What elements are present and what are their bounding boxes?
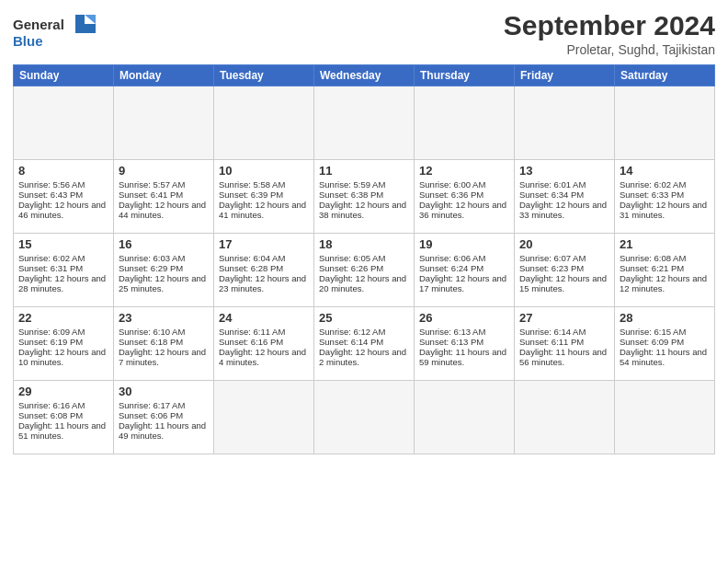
header: General Blue September 2024 Proletar, Su… (13, 9, 715, 57)
daylight: Daylight: 12 hours and 17 minutes. (419, 273, 506, 293)
sunset: Sunset: 6:38 PM (319, 190, 383, 200)
sunrise: Sunrise: 6:05 AM (319, 253, 385, 263)
daylight: Daylight: 11 hours and 51 minutes. (18, 420, 106, 441)
calendar-table: SundayMondayTuesdayWednesdayThursdayFrid… (13, 64, 715, 454)
calendar-week-5: 29Sunrise: 6:16 AMSunset: 6:08 PMDayligh… (14, 381, 715, 454)
day-cell-22: 22Sunrise: 6:09 AMSunset: 6:19 PMDayligh… (14, 307, 114, 381)
sunrise: Sunrise: 6:08 AM (620, 253, 686, 263)
sunset: Sunset: 6:41 PM (119, 190, 183, 200)
daylight: Daylight: 12 hours and 46 minutes. (18, 200, 106, 220)
day-number: 24 (219, 311, 309, 325)
empty-cell (314, 381, 415, 454)
empty-cell (615, 86, 715, 160)
weekday-header-row: SundayMondayTuesdayWednesdayThursdayFrid… (14, 65, 715, 86)
calendar-week-3: 15Sunrise: 6:02 AMSunset: 6:31 PMDayligh… (14, 234, 715, 307)
daylight: Daylight: 12 hours and 28 minutes. (18, 273, 106, 293)
sunrise: Sunrise: 6:10 AM (119, 327, 185, 337)
sunset: Sunset: 6:24 PM (419, 263, 483, 273)
sunset: Sunset: 6:34 PM (519, 190, 584, 200)
daylight: Daylight: 12 hours and 25 minutes. (119, 273, 206, 293)
sunset: Sunset: 6:33 PM (620, 190, 684, 200)
day-cell-29: 29Sunrise: 6:16 AMSunset: 6:08 PMDayligh… (14, 381, 114, 454)
sunset: Sunset: 6:26 PM (319, 263, 383, 273)
sunset: Sunset: 6:16 PM (219, 337, 283, 347)
sunrise: Sunrise: 5:58 AM (219, 179, 285, 190)
empty-cell (14, 86, 114, 160)
sunrise: Sunrise: 6:15 AM (620, 327, 686, 337)
daylight: Daylight: 12 hours and 31 minutes. (620, 200, 707, 220)
sunrise: Sunrise: 6:09 AM (18, 327, 85, 337)
sunrise: Sunrise: 5:57 AM (119, 179, 185, 190)
daylight: Daylight: 12 hours and 33 minutes. (519, 200, 607, 220)
sunrise: Sunrise: 6:03 AM (119, 253, 185, 263)
day-number: 14 (620, 164, 710, 178)
day-cell-30: 30Sunrise: 6:17 AMSunset: 6:06 PMDayligh… (114, 381, 214, 454)
day-number: 16 (119, 237, 209, 251)
day-cell-26: 26Sunrise: 6:13 AMSunset: 6:13 PMDayligh… (415, 307, 515, 381)
daylight: Daylight: 12 hours and 23 minutes. (219, 273, 306, 293)
sunrise: Sunrise: 6:17 AM (119, 400, 185, 410)
day-number: 23 (119, 311, 209, 325)
day-number: 21 (620, 237, 710, 251)
day-cell-23: 23Sunrise: 6:10 AMSunset: 6:18 PMDayligh… (114, 307, 214, 381)
day-number: 10 (219, 164, 309, 178)
sunset: Sunset: 6:08 PM (18, 410, 83, 420)
sunrise: Sunrise: 6:16 AM (18, 400, 85, 410)
sunset: Sunset: 6:43 PM (18, 190, 83, 200)
svg-text:General: General (13, 17, 64, 32)
empty-cell (515, 86, 615, 160)
daylight: Daylight: 12 hours and 38 minutes. (319, 200, 406, 220)
day-number: 25 (319, 311, 409, 325)
day-cell-16: 16Sunrise: 6:03 AMSunset: 6:29 PMDayligh… (114, 234, 214, 307)
weekday-header-friday: Friday (515, 65, 615, 86)
day-cell-24: 24Sunrise: 6:11 AMSunset: 6:16 PMDayligh… (214, 307, 314, 381)
empty-cell (214, 381, 314, 454)
day-number: 12 (419, 164, 509, 178)
day-number: 20 (519, 237, 609, 251)
sunset: Sunset: 6:06 PM (119, 410, 183, 420)
svg-text:Blue: Blue (13, 33, 43, 49)
day-cell-15: 15Sunrise: 6:02 AMSunset: 6:31 PMDayligh… (14, 234, 114, 307)
sunset: Sunset: 6:36 PM (419, 190, 483, 200)
empty-cell (314, 86, 415, 160)
day-cell-21: 21Sunrise: 6:08 AMSunset: 6:21 PMDayligh… (615, 234, 715, 307)
sunset: Sunset: 6:39 PM (219, 190, 283, 200)
empty-cell (515, 381, 615, 454)
daylight: Daylight: 12 hours and 41 minutes. (219, 200, 306, 220)
day-cell-19: 19Sunrise: 6:06 AMSunset: 6:24 PMDayligh… (415, 234, 515, 307)
weekday-header-thursday: Thursday (415, 65, 515, 86)
day-number: 8 (18, 164, 108, 178)
sunrise: Sunrise: 5:59 AM (319, 179, 385, 190)
sunrise: Sunrise: 6:06 AM (419, 253, 485, 263)
sunrise: Sunrise: 6:12 AM (319, 327, 385, 337)
sunset: Sunset: 6:14 PM (319, 337, 383, 347)
day-cell-11: 11Sunrise: 5:59 AMSunset: 6:38 PMDayligh… (314, 160, 415, 234)
sunrise: Sunrise: 6:02 AM (18, 253, 85, 263)
day-number: 15 (18, 237, 108, 251)
day-cell-25: 25Sunrise: 6:12 AMSunset: 6:14 PMDayligh… (314, 307, 415, 381)
empty-cell (114, 86, 214, 160)
daylight: Daylight: 12 hours and 15 minutes. (519, 273, 607, 293)
sunrise: Sunrise: 6:02 AM (620, 179, 686, 190)
weekday-header-wednesday: Wednesday (314, 65, 415, 86)
logo: General Blue (13, 13, 96, 55)
day-number: 9 (119, 164, 209, 178)
daylight: Daylight: 12 hours and 4 minutes. (219, 347, 306, 367)
day-cell-13: 13Sunrise: 6:01 AMSunset: 6:34 PMDayligh… (515, 160, 615, 234)
sunset: Sunset: 6:13 PM (419, 337, 483, 347)
day-number: 19 (419, 237, 509, 251)
day-number: 13 (519, 164, 609, 178)
daylight: Daylight: 12 hours and 36 minutes. (419, 200, 506, 220)
day-cell-17: 17Sunrise: 6:04 AMSunset: 6:28 PMDayligh… (214, 234, 314, 307)
day-number: 18 (319, 237, 409, 251)
month-year: September 2024 (504, 9, 715, 42)
svg-marker-2 (85, 15, 96, 24)
day-cell-8: 8Sunrise: 5:56 AMSunset: 6:43 PMDaylight… (14, 160, 114, 234)
empty-cell (415, 86, 515, 160)
daylight: Daylight: 12 hours and 44 minutes. (119, 200, 206, 220)
sunrise: Sunrise: 6:04 AM (219, 253, 285, 263)
sunset: Sunset: 6:11 PM (519, 337, 584, 347)
sunrise: Sunrise: 5:56 AM (18, 179, 85, 190)
sunrise: Sunrise: 6:11 AM (219, 327, 285, 337)
sunset: Sunset: 6:21 PM (620, 263, 684, 273)
